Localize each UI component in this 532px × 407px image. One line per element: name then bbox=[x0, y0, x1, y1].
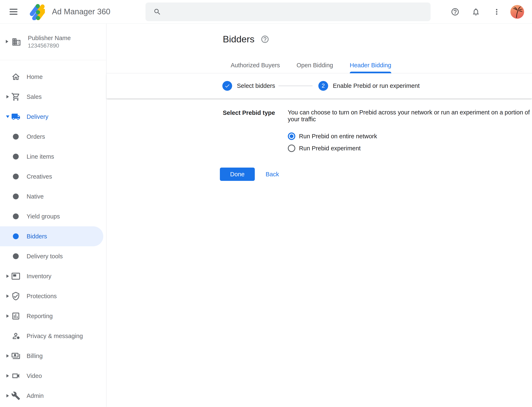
step-label: Select bidders bbox=[237, 82, 275, 89]
sidebar-item-inventory[interactable]: Inventory bbox=[0, 266, 106, 286]
sidebar-item-yield-groups[interactable]: Yield groups bbox=[0, 206, 106, 226]
done-button[interactable]: Done bbox=[220, 168, 255, 181]
cart-icon bbox=[11, 92, 21, 101]
sidebar-item-orders[interactable]: Orders bbox=[0, 127, 106, 147]
sidebar-item-label: Admin bbox=[27, 392, 44, 399]
top-app-bar: Ad Manager 360 bbox=[0, 0, 532, 24]
form-section-label: Select Prebid type bbox=[223, 109, 288, 154]
tab-label: Header Bidding bbox=[350, 62, 391, 69]
billing-icon bbox=[11, 351, 21, 360]
topbar-actions bbox=[451, 0, 524, 24]
sidebar-item-label: Bidders bbox=[27, 233, 47, 240]
tab-authorized-buyers[interactable]: Authorized Buyers bbox=[222, 57, 288, 73]
sidebar-item-label: Protections bbox=[27, 293, 57, 300]
sidebar-item-line-items[interactable]: Line items bbox=[0, 147, 106, 166]
sidebar-item-creatives[interactable]: Creatives bbox=[0, 166, 106, 187]
search-bar[interactable] bbox=[145, 2, 431, 21]
radio-option-label: Run Prebid on entire network bbox=[299, 133, 377, 140]
report-icon bbox=[11, 312, 21, 321]
expand-right-icon[interactable] bbox=[5, 294, 11, 298]
sidebar-item-delivery-tools[interactable]: Delivery tools bbox=[0, 246, 106, 266]
sidebar-item-admin[interactable]: Admin bbox=[0, 386, 106, 406]
sidebar-nav: Home Sales Delivery Orders Line items Cr… bbox=[0, 60, 106, 406]
radio-unselected-icon[interactable] bbox=[288, 145, 295, 152]
sidebar-item-label: Creatives bbox=[27, 173, 52, 180]
notifications-bell-icon[interactable] bbox=[471, 7, 480, 16]
inventory-icon bbox=[11, 272, 21, 281]
sidebar-item-protections[interactable]: Protections bbox=[0, 286, 106, 306]
sidebar-item-home[interactable]: Home bbox=[0, 67, 106, 87]
user-avatar[interactable] bbox=[510, 5, 524, 19]
bullet-icon bbox=[11, 134, 21, 140]
sidebar-item-sales[interactable]: Sales bbox=[0, 87, 106, 107]
publisher-name: Publisher Name bbox=[28, 35, 71, 41]
page-title: Bidders bbox=[223, 34, 255, 45]
sidebar-item-label: Sales bbox=[27, 94, 42, 100]
main-content: Bidders Authorized BuyersOpen BiddingHea… bbox=[106, 24, 532, 407]
expand-right-icon[interactable] bbox=[5, 274, 11, 278]
sidebar-item-bidders[interactable]: Bidders bbox=[0, 226, 106, 246]
home-icon bbox=[11, 72, 21, 81]
prebid-type-radio-group: Run Prebid on entire network Run Prebid … bbox=[288, 130, 532, 154]
tab-bar: Authorized BuyersOpen BiddingHeader Bidd… bbox=[106, 57, 532, 73]
expand-right-icon[interactable] bbox=[5, 394, 11, 398]
step-enable-prebid-or-run-experiment: 2 Enable Prebid or run experiment bbox=[318, 81, 420, 91]
back-link[interactable]: Back bbox=[266, 171, 279, 178]
search-icon bbox=[153, 8, 161, 16]
publisher-id: 1234567890 bbox=[28, 43, 71, 49]
form-description: You can choose to turn on Prebid across … bbox=[288, 109, 532, 123]
sidebar-item-label: Line items bbox=[27, 153, 54, 160]
bullet-icon bbox=[11, 194, 21, 199]
step-connector bbox=[278, 86, 313, 86]
sidebar-item-label: Billing bbox=[27, 352, 43, 360]
sidebar-item-label: Home bbox=[27, 73, 43, 80]
stepper: Select bidders 2 Enable Prebid or run ex… bbox=[106, 73, 532, 99]
expand-right-icon[interactable] bbox=[5, 95, 11, 98]
app-title: Ad Manager 360 bbox=[52, 7, 110, 16]
publisher-selector[interactable]: Publisher Name 1234567890 bbox=[0, 24, 106, 60]
tab-header-bidding[interactable]: Header Bidding bbox=[341, 57, 400, 73]
sidebar-item-video[interactable]: Video bbox=[0, 366, 106, 386]
bullet-icon bbox=[11, 154, 21, 159]
expand-right-icon[interactable] bbox=[5, 354, 11, 358]
ad-manager-logo bbox=[29, 4, 45, 20]
step-number-badge: 2 bbox=[318, 81, 328, 91]
step-label: Enable Prebid or run experiment bbox=[333, 82, 420, 89]
expand-right-icon[interactable] bbox=[5, 374, 11, 377]
bullet-icon bbox=[11, 213, 21, 219]
tab-label: Authorized Buyers bbox=[231, 62, 280, 69]
collapse-down-icon[interactable] bbox=[5, 116, 11, 118]
search-input[interactable] bbox=[167, 8, 424, 15]
sidebar-item-reporting[interactable]: Reporting bbox=[0, 306, 106, 326]
help-icon[interactable] bbox=[451, 7, 460, 16]
bullet-icon bbox=[11, 174, 21, 180]
hamburger-menu-icon[interactable] bbox=[9, 7, 18, 16]
page-help-icon[interactable] bbox=[260, 35, 270, 44]
sidebar-item-label: Reporting bbox=[27, 313, 53, 320]
truck-icon bbox=[11, 112, 21, 121]
privacy-icon bbox=[11, 331, 21, 341]
admin-icon bbox=[11, 391, 21, 400]
publisher-expand-icon[interactable] bbox=[6, 40, 8, 44]
sidebar-item-label: Inventory bbox=[27, 273, 51, 280]
sidebar-item-privacy-messaging[interactable]: Privacy & messaging bbox=[0, 326, 106, 346]
sidebar-item-label: Privacy & messaging bbox=[27, 333, 83, 339]
sidebar-item-label: Video bbox=[27, 373, 42, 379]
sidebar-item-delivery[interactable]: Delivery bbox=[0, 107, 106, 127]
more-vert-icon[interactable] bbox=[492, 7, 501, 16]
radio-option-run-prebid-on-entire-network[interactable]: Run Prebid on entire network bbox=[288, 130, 532, 142]
expand-right-icon[interactable] bbox=[5, 314, 11, 318]
shield-icon bbox=[11, 291, 21, 301]
sidebar-item-billing[interactable]: Billing bbox=[0, 346, 106, 366]
radio-option-run-prebid-experiment[interactable]: Run Prebid experiment bbox=[288, 142, 532, 154]
step-check-icon[interactable] bbox=[222, 81, 232, 91]
bullet-icon bbox=[11, 253, 21, 259]
step-select-bidders: Select bidders bbox=[222, 81, 275, 91]
building-icon bbox=[12, 37, 21, 47]
radio-option-label: Run Prebid experiment bbox=[299, 145, 361, 152]
radio-selected-icon[interactable] bbox=[288, 133, 295, 140]
tab-open-bidding[interactable]: Open Bidding bbox=[288, 57, 341, 73]
video-icon bbox=[11, 371, 21, 380]
sidebar-item-native[interactable]: Native bbox=[0, 187, 106, 206]
bullet-icon bbox=[11, 233, 21, 239]
